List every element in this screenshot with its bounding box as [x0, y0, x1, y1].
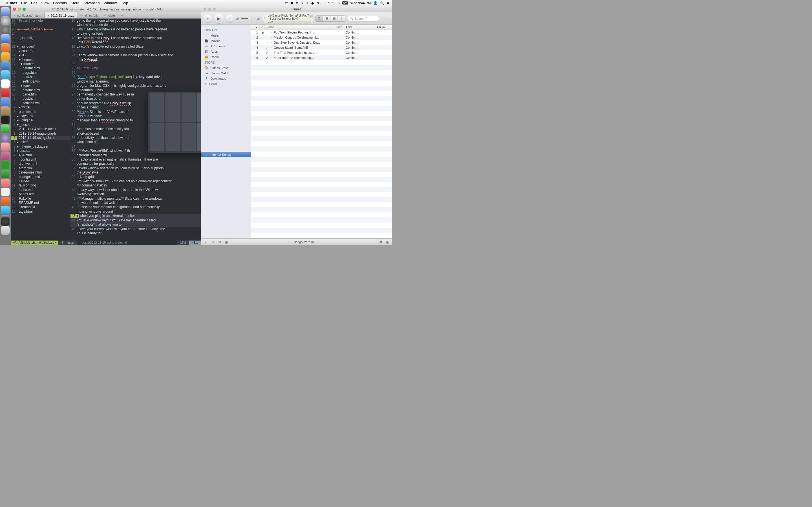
view-coverflow-button[interactable]: ⫴	[338, 16, 345, 21]
dock-item[interactable]	[1, 79, 10, 88]
minimize-button[interactable]	[18, 8, 21, 11]
col-name[interactable]: Name	[265, 25, 330, 30]
col-album[interactable]: Album	[375, 25, 392, 30]
status-icon[interactable]: ◆	[311, 1, 314, 5]
dock-item[interactable]	[1, 107, 10, 115]
dock-item[interactable]	[1, 7, 10, 16]
itunes-titlebar[interactable]: iTunes	[201, 6, 392, 12]
dock-item[interactable]	[1, 124, 10, 133]
view-grid-button[interactable]: ▦	[331, 16, 338, 21]
dock-item[interactable]	[1, 89, 10, 97]
menu-store[interactable]: Store	[71, 1, 80, 5]
dock-item[interactable]	[1, 34, 10, 43]
track-columns-header[interactable]: ▲ ✓ Name Time Artist Album	[251, 25, 392, 30]
view-album-button[interactable]: ⊞	[323, 16, 331, 21]
check-icon[interactable]: ✓	[264, 31, 268, 34]
close-icon[interactable]: ✕	[13, 14, 16, 17]
battery-icon[interactable]: ▭	[337, 1, 340, 5]
sidebar-item-internet-songs[interactable]: ≡ Internet Songs	[201, 152, 251, 157]
divvy-cell[interactable]	[182, 123, 196, 152]
close-icon[interactable]: ✕	[80, 14, 82, 17]
status-icon[interactable]: ⋯	[322, 1, 325, 5]
heart-icon[interactable]: ♥	[296, 1, 298, 5]
bluetooth-icon[interactable]: ≡	[327, 1, 329, 5]
col-artist[interactable]: Artist	[344, 25, 375, 30]
artwork-button[interactable]: ▣	[225, 240, 228, 244]
menu-edit[interactable]: Edit	[31, 1, 37, 5]
sidebar-item[interactable]: ☁iTunes Match	[201, 70, 251, 76]
genius-button[interactable]: ✽	[379, 240, 382, 244]
divvy-cell[interactable]	[182, 93, 196, 122]
dock-item[interactable]	[1, 25, 10, 34]
evernote-icon[interactable]: ❧	[301, 1, 303, 5]
dock-item[interactable]	[1, 217, 10, 226]
menu-view[interactable]: View	[41, 1, 49, 5]
menu-file[interactable]: File	[21, 1, 27, 5]
lcd-dropdown-icon[interactable]: ▾	[264, 17, 266, 19]
sidebar-item[interactable]: ♫Music	[201, 33, 251, 38]
menu-advanced[interactable]: Advanced	[84, 1, 100, 5]
dock-item[interactable]	[1, 61, 10, 70]
shuffle-button[interactable]: ⤮	[211, 240, 214, 244]
divvy-cell[interactable]	[150, 93, 164, 122]
track-row[interactable]: 5✓⌔The Trip: Progressive house /…Contin…	[251, 50, 392, 55]
dock-item[interactable]	[1, 226, 10, 235]
timemachine-icon[interactable]: ↻	[316, 1, 319, 5]
col-checked[interactable]: ✓	[260, 25, 265, 30]
menu-window[interactable]: Window	[104, 1, 117, 5]
sidebar-item[interactable]: 🎬Movies	[201, 38, 251, 43]
volume-slider[interactable]	[241, 18, 256, 19]
check-icon[interactable]: ✓	[264, 56, 268, 59]
vim-titlebar[interactable]: 2012-11-19-using-slate.md (~/Dropbox/git…	[11, 6, 201, 12]
next-button[interactable]: ⏭	[226, 15, 234, 22]
sidebar-item[interactable]: 📻Radio	[201, 54, 251, 59]
wifi-icon[interactable]: ⌔	[332, 1, 334, 5]
status-icon[interactable]: ✿	[285, 1, 288, 5]
stop-stream-button[interactable]: ✕	[309, 15, 312, 18]
repeat-button[interactable]: ⟲	[218, 240, 221, 244]
close-button[interactable]	[203, 8, 206, 11]
dock-item[interactable]	[1, 179, 10, 187]
check-icon[interactable]: ✓	[264, 41, 268, 44]
divvy-cell[interactable]	[165, 123, 180, 152]
progress-bar[interactable]	[274, 21, 311, 22]
vim-tab[interactable]: ✕.slate	[101, 12, 118, 18]
sidebar-item[interactable]: 🏠iTunes Store	[201, 65, 251, 70]
track-row[interactable]: 4✓⌔Groove Salad [SomaFM]Contin…	[251, 45, 392, 50]
clock[interactable]: Wed 9:44 PM	[350, 1, 371, 5]
user-icon[interactable]: 👤	[373, 1, 377, 5]
sidebar-item[interactable]: ⬇Downloads	[201, 76, 251, 81]
col-number[interactable]: ▲	[251, 25, 260, 30]
dock-item[interactable]	[1, 70, 10, 79]
sidebar-item[interactable]: ▭TV Shows	[201, 43, 251, 49]
keyboard-layout[interactable]: DV	[342, 1, 348, 4]
dock-item[interactable]	[1, 170, 10, 178]
check-icon[interactable]: ✓	[264, 46, 268, 49]
dock-item[interactable]	[1, 133, 10, 142]
dock-item[interactable]	[1, 196, 10, 205]
dock-item[interactable]	[1, 98, 10, 106]
dock-item[interactable]	[1, 52, 10, 61]
dock-item[interactable]	[1, 187, 10, 196]
dock-item[interactable]	[1, 161, 10, 169]
track-row[interactable]: 1🔊✓⌔PopTron: Electro-Pop and I…Contin…	[251, 30, 392, 35]
minimize-button[interactable]	[208, 8, 211, 11]
vim-tab[interactable]: ✕.vimrc.fork	[77, 12, 101, 18]
prev-button[interactable]: ⏮	[204, 15, 212, 22]
vim-tab[interactable]: 2012-11-19-us…	[45, 12, 77, 18]
new-tab-button[interactable]: ＋	[118, 12, 126, 18]
check-icon[interactable]: ✓	[264, 36, 268, 39]
col-time[interactable]: Time	[330, 25, 344, 30]
add-playlist-button[interactable]: ＋	[204, 239, 207, 244]
track-row[interactable]: 2✓⌔Mission Control: Celebrating N…Contin…	[251, 35, 392, 40]
dock-item[interactable]	[1, 143, 10, 151]
status-icon[interactable]: ✳	[306, 1, 309, 5]
dock-item[interactable]	[1, 206, 10, 214]
sidebar-item[interactable]: ◧Apps	[201, 49, 251, 54]
divvy-cell[interactable]	[150, 123, 164, 152]
show-browser-button[interactable]: ◫	[386, 240, 389, 244]
dropbox-icon[interactable]: ⬢	[290, 1, 293, 5]
play-button[interactable]: ▶	[214, 14, 223, 23]
track-rows[interactable]: 1🔊✓⌔PopTron: Electro-Pop and I…Contin…2✓…	[251, 30, 392, 238]
spotlight-icon[interactable]: 🔍	[380, 1, 384, 5]
